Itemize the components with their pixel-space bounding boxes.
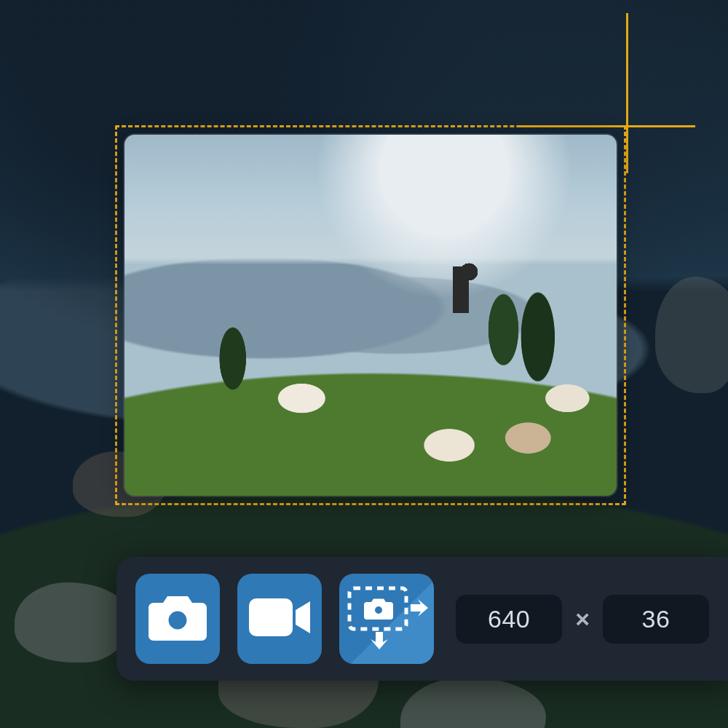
- dimensions-multiply-icon: ×: [575, 605, 590, 633]
- capture-and-save-button[interactable]: [339, 574, 434, 664]
- capture-width-input[interactable]: [456, 595, 562, 644]
- capture-preview-window: [124, 135, 617, 496]
- scene-goat-shape: [15, 582, 131, 662]
- capture-selection[interactable]: [115, 125, 626, 505]
- scene-goat-shape: [655, 277, 728, 393]
- video-icon: [246, 596, 313, 642]
- capture-height-input[interactable]: [603, 595, 709, 644]
- scene-goat-shape: [400, 677, 546, 728]
- svg-point-2: [194, 606, 200, 612]
- capture-toolbar: ×: [116, 557, 728, 681]
- screenshot-button[interactable]: [135, 574, 220, 664]
- capture-dimensions: ×: [456, 595, 709, 644]
- record-button[interactable]: [237, 574, 322, 664]
- svg-rect-3: [249, 598, 293, 636]
- camera-icon: [146, 593, 210, 645]
- capture-shift-icon: [339, 578, 434, 660]
- crosshair-vertical: [626, 13, 628, 173]
